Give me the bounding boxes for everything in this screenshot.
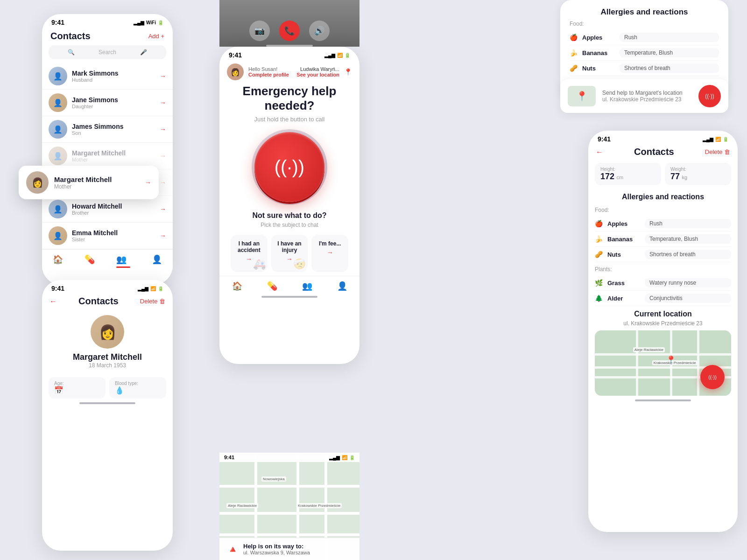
- status-icons-3: ▂▄▆ 📶 🔋: [138, 286, 163, 291]
- contact-info-howard: Howard Mitchell Brother: [72, 203, 155, 216]
- avatar-mark: 👤: [49, 67, 67, 85]
- contact-howard[interactable]: 👤 Howard Mitchell Brother →: [42, 196, 173, 223]
- user-name-text: Ludwika Waryń...: [296, 66, 339, 72]
- contact-mark[interactable]: 👤 Mark Simmons Husband →: [42, 63, 173, 90]
- floating-contact-card[interactable]: 👩 Margaret Mitchell Mother →: [19, 166, 159, 199]
- chat-card-feel[interactable]: I'm fee... →: [311, 235, 348, 272]
- map-full-road-v1: [636, 330, 638, 396]
- allergy-apples-4: 🍎 Apples Rush: [595, 216, 731, 231]
- status-bar-4: 9:41 ▂▄▆ 📶 🔋: [588, 131, 738, 145]
- home-icon-1: 🏠: [53, 255, 63, 264]
- chat-card-injury[interactable]: I have an injury → 🤕: [271, 235, 308, 272]
- complete-profile-text[interactable]: Complete profile: [248, 72, 292, 77]
- chat-card-injury-label: I have an injury: [277, 240, 301, 253]
- contact-relation-jane: Daughter: [72, 104, 155, 109]
- end-call-btn[interactable]: 📞: [279, 21, 300, 41]
- phone-contacts-list: 9:41 ▂▄▆ WiFi 🔋 Contacts Add + 🔍 Search …: [42, 14, 173, 285]
- nav-contacts-1[interactable]: 👥: [116, 254, 130, 268]
- allergy-name-bananas-4: Bananas: [607, 236, 640, 243]
- calendar-icon-3: 📅: [54, 386, 63, 395]
- blood-icon-3: 💧: [115, 386, 124, 395]
- search-bar-1[interactable]: 🔍 Search 🎤: [49, 45, 166, 59]
- allergy-reaction-grass-4: Watery runny nose: [645, 278, 731, 287]
- detail-title-3: Contacts: [78, 296, 119, 307]
- contact-relation-howard: Brother: [72, 210, 155, 216]
- sos-icon-location: ((·)): [705, 93, 714, 99]
- nav-profile-1[interactable]: 👤: [152, 254, 162, 268]
- allergy-nuts-top: 🥜 Nuts Shortnes of breath: [570, 61, 719, 76]
- em-nav-contacts[interactable]: 👥: [302, 281, 312, 291]
- call-screen: 📷 📞 🔊: [219, 0, 359, 47]
- contacts-title-1: Contacts: [50, 31, 91, 42]
- allergy-name-bananas-top: Bananas: [582, 49, 615, 56]
- back-button-3[interactable]: ←: [49, 297, 57, 306]
- grass-icon-4: 🌿: [595, 279, 603, 287]
- signal-icon-2: ▂▄▆: [324, 53, 335, 58]
- em-nav-med[interactable]: 💊: [267, 281, 277, 291]
- contact-james[interactable]: 👤 James Simmons Son →: [42, 116, 173, 143]
- sos-map-button-4[interactable]: ((·)): [700, 365, 725, 389]
- chat-card-accident[interactable]: I had an accident → 🚑: [231, 235, 268, 272]
- allergies-title-top: Allergies and reactions: [570, 7, 719, 17]
- status-bar-2: 9:41 ▂▄▆ 📶 🔋: [219, 47, 359, 61]
- em-nav-profile[interactable]: 👤: [337, 281, 347, 291]
- emergency-btn-wrap: ((·)): [229, 132, 350, 202]
- contact-name-mark: Mark Simmons: [72, 70, 155, 77]
- status-time-4: 9:41: [598, 135, 611, 143]
- see-location-text[interactable]: See your location: [296, 72, 339, 77]
- allergy-name-nuts-4: Nuts: [607, 251, 640, 258]
- contact-name-james: James Simmons: [72, 123, 155, 130]
- detail-header-3: ← Contacts Delete 🗑: [42, 294, 173, 310]
- arrow-jane: →: [160, 99, 166, 106]
- map-thumb-top: 📍: [568, 86, 596, 106]
- loc-send-title: Send help to Margaret's location: [602, 90, 683, 96]
- floating-card-name: Margaret Mitchell: [54, 175, 139, 183]
- avatar-james: 👤: [49, 120, 67, 139]
- navigation-arrow-icon: 🔺: [227, 544, 239, 555]
- battery-icon-1: 🔋: [158, 20, 163, 25]
- back-button-4[interactable]: ←: [596, 148, 603, 156]
- chat-card-feel-arrow: →: [317, 249, 343, 256]
- nav-med-1[interactable]: 💊: [85, 254, 95, 268]
- speaker-call-btn[interactable]: 🔊: [309, 21, 330, 41]
- delete-button-4[interactable]: Delete 🗑: [705, 148, 730, 155]
- send-help-button[interactable]: ((·)): [698, 85, 721, 107]
- contact-emma[interactable]: 👤 Emma Mitchell Sister →: [42, 223, 173, 249]
- map-label-nowowiejska: Nowowiejska: [261, 476, 286, 482]
- camera-call-btn[interactable]: 📷: [249, 21, 270, 41]
- bottom-nav-1: 🏠 💊 👥 👤: [42, 249, 173, 270]
- contact-info-mark: Mark Simmons Husband: [72, 70, 155, 83]
- allergy-name-nuts-top: Nuts: [582, 65, 615, 72]
- wifi-icon-3: 📶: [150, 286, 156, 291]
- allergy-apples-top: 🍎 Apples Rush: [570, 30, 719, 45]
- nav-home-1[interactable]: 🏠: [53, 254, 63, 268]
- apple-icon-4: 🍎: [595, 220, 603, 227]
- weight-value-4: 77: [670, 172, 680, 181]
- status-bar-1: 9:41 ▂▄▆ WiFi 🔋: [42, 14, 173, 28]
- delete-button-3[interactable]: Delete 🗑: [140, 298, 165, 305]
- nav-indicator-1: [116, 266, 130, 268]
- add-button-1[interactable]: Add +: [148, 33, 164, 40]
- em-profile-icon: 👤: [337, 281, 347, 291]
- emergency-title: Emergency help needed?: [229, 84, 350, 113]
- emergency-subtitle: Just hold the button to call: [229, 116, 350, 123]
- profile-avatar-3: 👩: [91, 315, 124, 349]
- em-nav-home[interactable]: 🏠: [232, 281, 242, 291]
- location-pin-icon: 📍: [344, 68, 352, 76]
- status-icons-1: ▂▄▆ WiFi 🔋: [134, 20, 163, 25]
- allergy-name-grass-4: Grass: [607, 280, 640, 287]
- allergies-section-4: Food: 🍎 Apples Rush 🍌 Bananas Temperatur…: [588, 207, 738, 306]
- nuts-icon-4: 🥜: [595, 251, 603, 258]
- contact-jane[interactable]: 👤 Jane Simmons Daughter →: [42, 90, 173, 116]
- help-address: ul. Warszawska 9, Warszawa: [243, 550, 310, 555]
- emergency-sos-button[interactable]: ((·)): [254, 132, 324, 202]
- height-value-4: 172: [600, 172, 614, 181]
- floating-card-arrow: →: [145, 179, 151, 186]
- map-full-road-h1: [595, 353, 731, 356]
- map-road-h1: [219, 485, 359, 488]
- arrow-howard: →: [160, 205, 166, 213]
- status-bar-3: 9:41 ▂▄▆ 📶 🔋: [42, 280, 173, 294]
- greeting-text: Hello Susan! Complete profile: [248, 66, 292, 77]
- map-status-icons: ▂▄▆ 📶 🔋: [329, 455, 355, 460]
- signal-icon-1: ▂▄▆: [134, 20, 144, 25]
